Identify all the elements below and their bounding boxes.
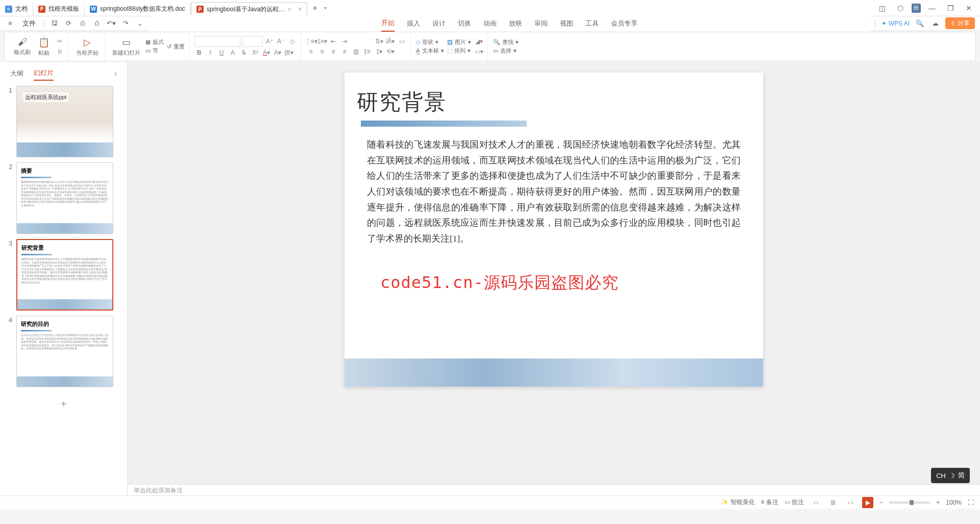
- menutab-tools[interactable]: 工具: [585, 16, 599, 31]
- menutab-start[interactable]: 开始: [381, 15, 395, 32]
- paste-button[interactable]: 📋 粘贴: [36, 36, 52, 58]
- comments-toggle[interactable]: ▭ 批注: [785, 498, 804, 507]
- redo-icon[interactable]: ↷: [120, 18, 131, 29]
- outline-icon[interactable]: ▭▾: [474, 47, 483, 56]
- fit-icon[interactable]: ⛶: [968, 499, 974, 506]
- pinyin-icon[interactable]: 拼▾: [284, 48, 293, 57]
- select-button[interactable]: ▭ 选择▾: [493, 47, 519, 55]
- beautify-button[interactable]: ✨ 智能美化: [721, 498, 754, 507]
- font-size-combo[interactable]: [242, 36, 263, 47]
- thumbnail[interactable]: 研究的目的 当今社会已经进入了信息时代,计算机技术和网络技术已经深入到社会的各个…: [16, 316, 113, 387]
- outline-tab[interactable]: 大纲: [10, 67, 23, 80]
- tab-menu-icon[interactable]: ▾: [324, 5, 327, 11]
- bullets-icon[interactable]: ⋮≡▾: [306, 37, 315, 46]
- italic-icon[interactable]: I: [206, 48, 215, 57]
- menutab-insert[interactable]: 插入: [407, 16, 420, 31]
- cube-icon[interactable]: ⬡: [893, 1, 908, 15]
- new-tab-button[interactable]: +: [307, 4, 322, 13]
- window-layout-icon[interactable]: ◫: [875, 1, 889, 15]
- numbering-icon[interactable]: 1≡▾: [317, 37, 327, 46]
- font-family-combo[interactable]: [194, 36, 240, 47]
- ime-indicator[interactable]: CH ☽ 简: [931, 468, 970, 483]
- print-icon[interactable]: ⎙: [78, 18, 88, 29]
- align-left-icon[interactable]: ≡: [306, 47, 315, 56]
- undo-icon[interactable]: ↶▾: [106, 18, 116, 29]
- zoom-in-icon[interactable]: +: [936, 499, 940, 506]
- close-window-icon[interactable]: ✕: [962, 1, 976, 15]
- font-color-icon[interactable]: A▾: [262, 48, 271, 57]
- tab-template[interactable]: P 找框壳模板: [33, 2, 85, 16]
- format-painter-button[interactable]: 🖌 格式刷: [12, 36, 33, 57]
- menutab-transition[interactable]: 切换: [458, 16, 471, 31]
- menutab-slideshow[interactable]: 放映: [509, 16, 522, 31]
- file-menu[interactable]: 文件: [19, 19, 39, 28]
- cloud-icon[interactable]: ☁: [930, 18, 940, 29]
- picture-button[interactable]: 🖼 图片▾: [447, 38, 471, 46]
- increase-font-icon[interactable]: A⁺: [265, 37, 274, 46]
- valign-icon[interactable]: lÂ▾: [386, 37, 395, 46]
- cut-icon[interactable]: ✂: [55, 37, 64, 46]
- sorter-view-icon[interactable]: ⊞: [827, 497, 839, 508]
- menutab-design[interactable]: 设计: [432, 16, 446, 31]
- decrease-indent-icon[interactable]: ⇤: [329, 37, 338, 46]
- play-from-current-button[interactable]: ▷ 当前开始: [74, 36, 101, 58]
- reset-button[interactable]: ↺ 重置: [167, 43, 185, 51]
- reading-view-icon[interactable]: ▭: [845, 497, 856, 508]
- thumbnail-selected[interactable]: 研究背景 随着科技的飞速发展与我国对技术人才的重视,我国经济快速地朝着数字化经济…: [16, 239, 113, 311]
- search-icon[interactable]: 🔍: [915, 18, 925, 29]
- slides-tab[interactable]: 幻灯片: [34, 66, 54, 81]
- strike-icon[interactable]: S̶: [239, 48, 249, 57]
- add-slide-button[interactable]: +: [6, 392, 121, 416]
- tab-current-ppt[interactable]: P springboot基于Java的远程… ▿ ×: [191, 2, 307, 16]
- menutab-member[interactable]: 会员专享: [611, 16, 638, 31]
- highlight-icon[interactable]: A: [228, 48, 237, 57]
- textbox-button[interactable]: A̲ 文本框▾: [416, 47, 444, 55]
- thumbnail-item[interactable]: 4 研究的目的 当今社会已经进入了信息时代,计算机技术和网络技术已经深入到社会的…: [6, 316, 121, 387]
- tab-word-doc[interactable]: W springboot88sly数据库文档.doc: [85, 2, 191, 16]
- close-icon[interactable]: ×: [298, 6, 302, 13]
- thumbnail-item[interactable]: 3 研究背景 随着科技的飞速发展与我国对技术人才的重视,我国经济快速地朝着数字化…: [6, 239, 121, 311]
- align-center-icon[interactable]: ≡: [317, 47, 327, 56]
- thumbnail-item[interactable]: 1 远程就医系统ppt: [6, 86, 121, 157]
- thumbnail[interactable]: 摘要 随着网络科技的不断发展以及人们经济水平的不断提高,网络性不断与日常生活和工…: [16, 162, 113, 234]
- arrange-button[interactable]: ⬚ 排列▾: [447, 47, 471, 55]
- menu-icon[interactable]: ≡: [5, 18, 15, 29]
- text-effect-icon[interactable]: A▾: [273, 48, 282, 57]
- increase-indent-icon[interactable]: ⇥: [340, 37, 349, 46]
- zoom-slider[interactable]: [889, 502, 930, 504]
- slide-canvas[interactable]: 研究背景 随着科技的飞速发展与我国对技术人才的重视，我国经济快速地朝着数字化经济…: [345, 73, 763, 387]
- text-direction-icon[interactable]: ⇅▾: [375, 37, 384, 46]
- align-justify-icon[interactable]: ≡: [340, 47, 349, 56]
- wps-ai-button[interactable]: ✦ WPS AI: [881, 20, 910, 27]
- decrease-font-icon[interactable]: A⁻: [276, 37, 285, 46]
- app-icon[interactable]: 田: [912, 4, 921, 13]
- new-slide-button[interactable]: ▭ 新建幻灯片: [110, 36, 142, 58]
- shape-button[interactable]: ◇ 形状▾: [416, 38, 444, 46]
- menutab-animation[interactable]: 动画: [483, 16, 497, 31]
- zoom-level[interactable]: 100%: [946, 499, 962, 506]
- preview-icon[interactable]: ⎙: [92, 18, 102, 29]
- superscript-icon[interactable]: X²: [251, 48, 260, 57]
- thumbnail-item[interactable]: 2 摘要 随着网络科技的不断发展以及人们经济水平的不断提高,网络性不断与日常生活…: [6, 162, 121, 234]
- notes-toggle[interactable]: ≡ 备注: [761, 498, 778, 507]
- rotate-icon[interactable]: ⟲▾: [386, 47, 395, 56]
- line-spacing-icon[interactable]: ‡≡: [362, 47, 372, 56]
- menutab-view[interactable]: 视图: [560, 16, 573, 31]
- tab-dropdown-icon[interactable]: ▿: [288, 6, 291, 13]
- underline-icon[interactable]: U: [217, 48, 226, 57]
- bold-icon[interactable]: B: [194, 48, 204, 57]
- layout-button[interactable]: ▦ 版式: [145, 38, 164, 46]
- thumbnails-list[interactable]: 1 远程就医系统ppt 2 摘要 随着网络科技的不断发展以及人们经济水平的不断提…: [0, 81, 127, 495]
- notes-input[interactable]: 单击此处添加备注: [128, 484, 980, 495]
- slide-body-text[interactable]: 随着科技的飞速发展与我国对技术人才的重视，我国经济快速地朝着数字化经济转型。尤其…: [357, 137, 751, 246]
- find-button[interactable]: 🔍 查找▾: [493, 38, 519, 46]
- menutab-review[interactable]: 审阅: [534, 16, 548, 31]
- slide-title[interactable]: 研究背景: [357, 88, 751, 116]
- section-button[interactable]: ▭ 节: [145, 47, 164, 55]
- fill-icon[interactable]: ◢▾: [474, 37, 483, 46]
- dropdown-icon[interactable]: ⌄: [135, 18, 145, 29]
- collapse-panel-icon[interactable]: ‹: [114, 69, 117, 78]
- normal-view-icon[interactable]: ▭: [810, 497, 821, 508]
- convert-icon[interactable]: ▭: [397, 37, 406, 46]
- spacing-icon[interactable]: ‡▾: [375, 47, 384, 56]
